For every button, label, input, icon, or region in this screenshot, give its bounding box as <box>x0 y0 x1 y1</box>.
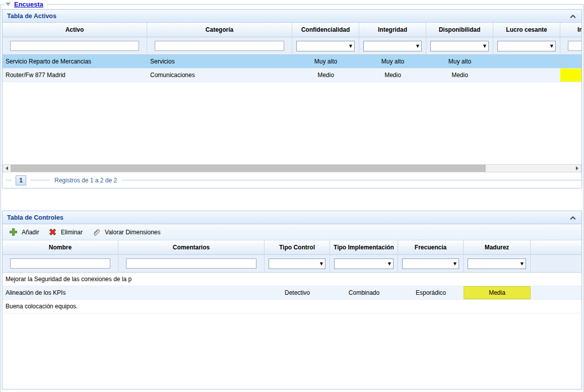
col-header-impacto[interactable]: Impacto <box>560 23 581 37</box>
controles-grid-empty-area <box>3 313 581 389</box>
cell-madurez-highlight: Media <box>464 286 531 299</box>
pager-line <box>30 180 49 180</box>
controles-collapse-icon[interactable] <box>569 215 576 221</box>
filter-confidencialidad-select[interactable]: ▼ <box>296 41 355 51</box>
cell-integridad: Medio <box>359 69 426 82</box>
activos-grid: Activo Categoría Confidencialidad Integr… <box>3 23 581 172</box>
cell-activo: Router/Fw 877 Madrid <box>3 69 147 82</box>
activos-pager: 1 Registros de 1 a 2 de 2 <box>3 172 581 188</box>
activos-grid-empty-area <box>3 82 581 164</box>
delete-button[interactable]: Eliminar <box>46 226 88 238</box>
activos-panel-header: Tabla de Activos <box>3 10 581 23</box>
cell-confidencialidad: Muy alto <box>292 55 359 68</box>
cell-tipo-control <box>265 300 330 313</box>
controles-filter-row: ▼ ▼ ▼ ▼ <box>3 255 581 273</box>
activos-panel-title: Tabla de Activos <box>7 13 56 20</box>
cell-tipo-implementacion: Combinado <box>330 286 398 299</box>
cell-disponibilidad: Medio <box>426 69 493 82</box>
pager-line <box>122 180 581 180</box>
filter-disponibilidad-select[interactable]: ▼ <box>430 41 489 51</box>
filter-filler-cell <box>531 255 581 273</box>
page-button-1[interactable]: 1 <box>16 175 26 185</box>
collapse-encuesta-icon[interactable] <box>6 3 11 6</box>
cell-comentarios <box>118 273 265 286</box>
activos-header-row: Activo Categoría Confidencialidad Integr… <box>3 23 581 37</box>
cell-madurez <box>464 273 531 286</box>
col-header-comentarios[interactable]: Comentarios <box>118 240 265 255</box>
col-header-activo[interactable]: Activo <box>3 23 147 37</box>
pager-line <box>6 180 12 180</box>
col-header-integridad[interactable]: Integridad <box>359 23 426 37</box>
filter-nombre-input[interactable] <box>10 258 110 269</box>
pager-records-text: Registros de 1 a 2 de 2 <box>54 177 117 184</box>
valorar-dimensiones-label: Valorar Dimensiones <box>105 229 161 236</box>
encuesta-title[interactable]: Encuesta <box>14 1 43 8</box>
col-header-frecuencia[interactable]: Frecuencia <box>398 240 464 255</box>
controles-panel-title: Tabla de Controles <box>7 214 63 221</box>
control-row-3[interactable]: Buena colocación equipos. <box>3 300 581 313</box>
scroll-right-icon <box>576 166 578 170</box>
filter-tipo-control-select[interactable]: ▼ <box>269 258 326 269</box>
add-icon <box>9 228 18 236</box>
filter-integridad-select[interactable]: ▼ <box>363 41 422 51</box>
controles-toolbar: Añadir Eliminar Valorar Dimensiones <box>3 224 581 240</box>
cell-filler <box>531 286 581 299</box>
dropdown-arrow-icon: ▼ <box>388 262 391 266</box>
col-header-lucro-cesante[interactable]: Lucro cesante <box>493 23 560 37</box>
scroll-right-button[interactable] <box>573 165 581 172</box>
add-button-label: Añadir <box>22 229 39 236</box>
valorar-dimensiones-button[interactable]: Valorar Dimensiones <box>90 226 166 238</box>
filter-activo-input[interactable] <box>10 41 139 51</box>
cell-nombre: Mejorar la Seguridad de las conexiones d… <box>3 273 118 286</box>
cell-frecuencia: Esporádico <box>398 286 464 299</box>
control-row-1[interactable]: Mejorar la Seguridad de las conexiones d… <box>3 273 581 286</box>
col-header-nombre[interactable]: Nombre <box>3 240 118 255</box>
scroll-thumb[interactable] <box>11 165 486 172</box>
add-button[interactable]: Añadir <box>7 226 44 238</box>
cell-frecuencia <box>398 300 464 313</box>
cell-madurez <box>464 300 531 313</box>
dropdown-arrow-icon: ▼ <box>521 262 524 266</box>
activos-collapse-icon[interactable] <box>569 13 576 19</box>
controles-panel: Tabla de Controles Añadir Eliminar Valor… <box>2 211 582 389</box>
col-header-tipo-control[interactable]: Tipo Control <box>265 240 330 255</box>
cell-filler <box>531 300 581 313</box>
col-header-confidencialidad[interactable]: Confidencialidad <box>292 23 359 37</box>
filter-comentarios-input[interactable] <box>126 258 256 269</box>
filter-frecuencia-select[interactable]: ▼ <box>402 258 459 269</box>
col-header-madurez[interactable]: Madurez <box>464 240 531 255</box>
controles-header-row: Nombre Comentarios Tipo Control Tipo Imp… <box>3 240 581 255</box>
filter-lucro-cesante-select[interactable]: ▼ <box>497 41 556 51</box>
filter-tipo-implementacion-select[interactable]: ▼ <box>334 258 394 269</box>
panel-gap <box>2 188 582 211</box>
h-scrollbar[interactable] <box>3 164 581 172</box>
col-header-disponibilidad[interactable]: Disponibilidad <box>426 23 493 37</box>
cell-lucro-cesante <box>493 55 560 68</box>
asset-row-2[interactable]: Router/Fw 877 Madrid Comunicaciones Medi… <box>3 69 581 82</box>
filter-impacto-input[interactable] <box>568 41 581 51</box>
col-header-categoria[interactable]: Categoría <box>147 23 292 37</box>
cell-tipo-implementacion <box>330 273 398 286</box>
cell-activo: Servicio Reparto de Mercancias <box>3 55 147 68</box>
delete-icon <box>48 228 57 236</box>
filter-categoria-input[interactable] <box>155 41 284 51</box>
control-row-2[interactable]: Alineación de los KPIs Detectivo Combina… <box>3 286 581 300</box>
cell-categoria: Comunicaciones <box>147 69 292 82</box>
filter-madurez-select[interactable]: ▼ <box>468 258 526 269</box>
activos-panel: Tabla de Activos Activo Categoría Confid… <box>2 9 582 188</box>
dropdown-arrow-icon: ▼ <box>416 44 419 48</box>
col-header-tipo-implementacion[interactable]: Tipo Implementación <box>330 240 398 255</box>
encuesta-legend: Encuesta <box>5 0 46 9</box>
controles-panel-header: Tabla de Controles <box>3 211 581 224</box>
cell-tipo-control: Detectivo <box>265 286 330 299</box>
asset-row-1[interactable]: Servicio Reparto de Mercancias Servicios… <box>3 55 581 69</box>
scroll-left-button[interactable] <box>3 165 11 172</box>
cell-impacto-highlight <box>560 69 581 82</box>
cell-disponibilidad: Muy alto <box>426 55 493 68</box>
activos-filter-row: ▼ ▼ ▼ ▼ <box>3 37 581 55</box>
dropdown-arrow-icon: ▼ <box>483 44 486 48</box>
dropdown-arrow-icon: ▼ <box>453 262 457 266</box>
cell-nombre: Alineación de los KPIs <box>3 286 118 299</box>
cell-nombre: Buena colocación equipos. <box>3 300 118 313</box>
cell-filler <box>531 273 581 286</box>
